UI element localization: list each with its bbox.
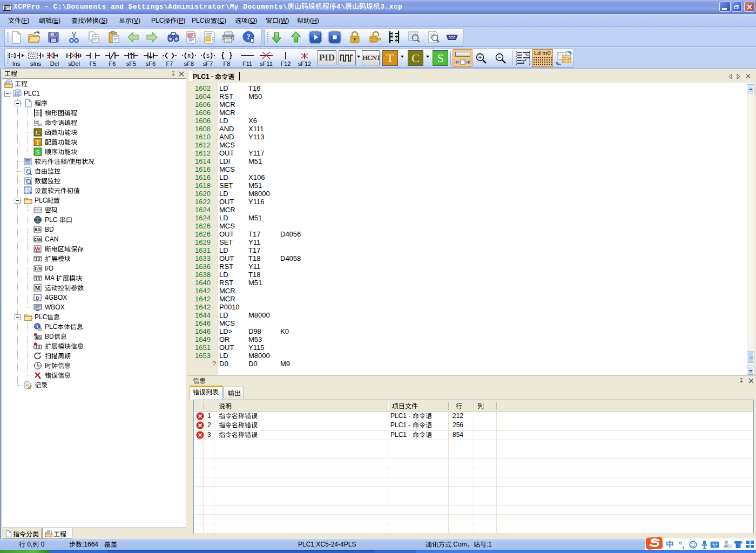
svg-text:D: D bbox=[36, 295, 39, 301]
svg-text:S: S bbox=[206, 53, 210, 59]
svg-text:***: *** bbox=[34, 208, 42, 213]
svg-text:M: M bbox=[35, 285, 40, 291]
svg-text:S: S bbox=[36, 148, 39, 156]
svg-text:CAN: CAN bbox=[34, 238, 42, 241]
svg-text:ld: ld bbox=[34, 119, 39, 125]
svg-text:I/O: I/O bbox=[35, 267, 42, 271]
svg-text:C: C bbox=[36, 129, 40, 137]
svg-text:T: T bbox=[36, 138, 40, 146]
svg-text:?: ? bbox=[247, 33, 251, 41]
svg-text:BD: BD bbox=[36, 336, 41, 340]
svg-text:BD: BD bbox=[35, 227, 40, 232]
svg-text:R: R bbox=[187, 53, 191, 59]
